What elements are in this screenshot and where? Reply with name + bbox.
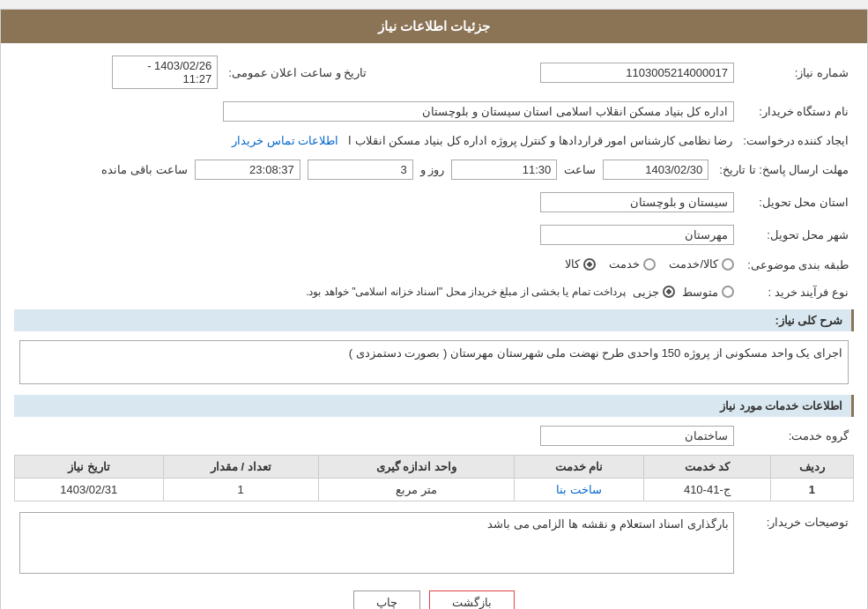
page-title: جزئیات اطلاعات نیاز [1, 10, 867, 43]
col-row: ردیف [770, 455, 853, 478]
request-number-value: 1103005214000017 [540, 63, 734, 83]
description-section-header: شرح کلی نیاز: [14, 309, 854, 331]
deadline-time: 11:30 [451, 160, 557, 180]
category-option-kala[interactable]: کالا [565, 257, 596, 271]
creator-label: ایجاد کننده درخواست: [738, 130, 854, 151]
category-option-kala-khedmat[interactable]: کالا/خدمت [669, 257, 734, 271]
purchase-option-medium[interactable]: متوسط [682, 286, 734, 299]
service-group-value: ساختمان [540, 426, 734, 446]
radio-medium [722, 286, 734, 298]
row-code: ج-41-410 [644, 478, 770, 501]
row-number: 1 [770, 478, 853, 501]
radio-kala [583, 258, 596, 271]
buyer-org-label: نام دستگاه خریدار: [739, 98, 854, 125]
row-date: 1403/02/31 [15, 478, 164, 501]
deadline-date: 1403/02/30 [603, 160, 708, 180]
province-label: استان محل تحویل: [739, 189, 854, 216]
col-name: نام خدمت [515, 455, 644, 478]
purchase-option-minor[interactable]: جزیی [633, 286, 675, 299]
city-value: مهرستان [540, 225, 734, 245]
remaining-value: 23:08:37 [195, 160, 300, 180]
radio-minor [663, 286, 675, 298]
radio-khedmat [643, 258, 656, 271]
print-button[interactable]: چاپ [353, 590, 420, 610]
remaining-label: ساعت باقی مانده [101, 163, 187, 176]
city-label: شهر محل تحویل: [739, 221, 854, 249]
row-unit: متر مربع [318, 478, 514, 501]
announce-label: تاریخ و ساعت اعلان عمومی: [223, 52, 372, 93]
time-label: ساعت [564, 163, 596, 176]
buyer-notes-value: بارگذاری اسناد استعلام و نقشه ها الزامی … [25, 517, 729, 531]
days-value: 3 [308, 160, 413, 180]
province-value: سیستان و بلوچستان [540, 192, 734, 212]
col-quantity: تعداد / مقدار [163, 455, 318, 478]
services-section-header: اطلاعات خدمات مورد نیاز [14, 395, 854, 417]
buyer-org-value: اداره کل بنیاد مسکن انقلاب اسلامی استان … [223, 101, 734, 122]
service-group-label: گروه خدمت: [739, 422, 854, 449]
back-button[interactable]: بازگشت [429, 590, 515, 610]
row-service-name: ساخت بنا [515, 478, 644, 501]
table-row: 1 ج-41-410 ساخت بنا متر مربع 1 1403/02/3… [15, 478, 854, 501]
col-code: کد خدمت [644, 455, 770, 478]
row-quantity: 1 [163, 478, 318, 501]
creator-value: رضا نظامی کارشناس امور قراردادها و کنترل… [348, 134, 732, 147]
creator-contact-link[interactable]: اطلاعات تماس خریدار [232, 134, 338, 147]
buyer-notes-label: توصیحات خریدار: [739, 509, 854, 577]
col-unit: واحد اندازه گیری [318, 455, 514, 478]
purchase-note: پرداخت تمام یا بخشی از مبلغ خریداز محل "… [306, 286, 626, 298]
deadline-label: مهلت ارسال پاسخ: تا تاریخ: [714, 156, 854, 183]
category-label: طبقه بندی موضوعی: [739, 254, 854, 277]
purchase-type-label: نوع فرآیند خرید : [739, 282, 854, 302]
category-option-khedmat[interactable]: خدمت [609, 257, 656, 271]
request-number-label: شماره نیاز: [739, 52, 854, 93]
col-date: تاریخ نیاز [15, 455, 164, 478]
description-value: اجرای یک واحد مسکونی از پروژه 150 واحدی … [19, 340, 849, 384]
radio-kala-khedmat [722, 258, 734, 271]
days-label: روز و [420, 163, 445, 176]
announce-value: 1403/02/26 - 11:27 [112, 56, 218, 89]
